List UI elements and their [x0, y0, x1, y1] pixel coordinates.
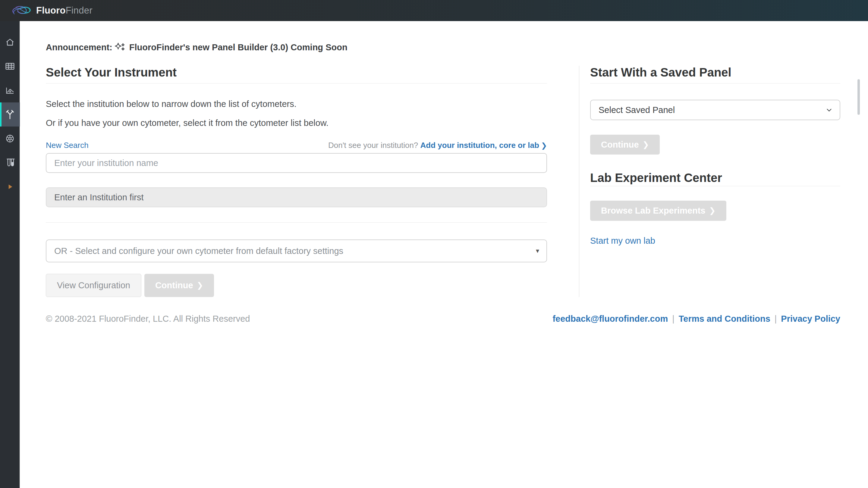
- chevron-right-icon: ❯: [197, 281, 204, 290]
- instrument-instruction-1: Select the institution below to narrow d…: [46, 99, 547, 109]
- footer-links: feedback@fluorofinder.com | Terms and Co…: [553, 314, 840, 324]
- institution-name-input[interactable]: [46, 153, 547, 173]
- section-divider: [46, 222, 547, 223]
- brand-light: Finder: [66, 5, 93, 16]
- browse-lab-experiments-button[interactable]: Browse Lab Experiments❯: [590, 201, 726, 221]
- add-institution-label: Add your institution, core or lab: [421, 141, 539, 150]
- sidebar: [0, 21, 20, 488]
- brand-bold: Fluoro: [36, 5, 66, 16]
- test-tubes-icon: [5, 158, 15, 168]
- saved-panel-section: Start With a Saved Panel Select Saved Pa…: [579, 66, 840, 297]
- chevron-right-icon: ❯: [709, 206, 716, 216]
- sidebar-item-home[interactable]: [0, 30, 20, 54]
- instrument-actions: View Configuration Continue❯: [46, 274, 547, 297]
- expand-arrow-icon: [6, 183, 14, 191]
- saved-panel-select-label: Select Saved Panel: [598, 105, 675, 115]
- footer-separator: |: [775, 314, 777, 324]
- sidebar-item-dye-wheel[interactable]: [0, 127, 20, 151]
- privacy-link[interactable]: Privacy Policy: [781, 314, 840, 324]
- feedback-email-link[interactable]: feedback@fluorofinder.com: [553, 314, 668, 324]
- sparkles-icon: [114, 42, 126, 53]
- continue-label: Continue: [601, 140, 639, 150]
- dont-see-text: Don't see your institution?: [328, 141, 418, 150]
- select-instrument-section: Select Your Instrument Select the instit…: [46, 66, 547, 297]
- sidebar-item-panel-builder[interactable]: [0, 102, 20, 127]
- continue-label: Continue: [155, 281, 193, 290]
- sidebar-item-expand[interactable]: [0, 175, 20, 199]
- add-institution-link[interactable]: Add your institution, core or lab❯: [421, 141, 547, 150]
- copyright-text: © 2008-2021 FluoroFinder, LLC. All Right…: [46, 314, 250, 324]
- topbar: FluoroFinder: [0, 0, 868, 21]
- spectra-chart-icon: [5, 86, 15, 95]
- chevron-down-icon: [825, 106, 833, 114]
- cytometer-select[interactable]: OR - Select and configure your own cytom…: [46, 239, 547, 262]
- announcement-label: Announcement:: [46, 42, 113, 53]
- institution-search-row: New Search Don't see your institution? A…: [46, 141, 547, 150]
- saved-panel-select[interactable]: Select Saved Panel: [590, 100, 840, 120]
- instrument-instruction-2: Or if you have your own cytometer, selec…: [46, 118, 547, 128]
- browse-label: Browse Lab Experiments: [601, 206, 706, 216]
- fluorofinder-logo-icon: [11, 4, 33, 18]
- dont-see-institution: Don't see your institution? Add your ins…: [328, 141, 547, 150]
- start-my-own-lab-link[interactable]: Start my own lab: [590, 236, 655, 246]
- cytometer-input-disabled[interactable]: [46, 187, 547, 207]
- saved-panel-continue-button[interactable]: Continue❯: [590, 135, 660, 155]
- sidebar-item-experiments[interactable]: [0, 151, 20, 175]
- view-configuration-button[interactable]: View Configuration: [46, 274, 141, 297]
- announcement-banner: Announcement: FluoroFinder's new Panel B…: [46, 42, 840, 53]
- color-wheel-icon: [5, 134, 15, 143]
- lab-center-title: Lab Experiment Center: [590, 171, 840, 186]
- sidebar-item-table[interactable]: [0, 54, 20, 78]
- footer-separator: |: [672, 314, 675, 324]
- table-icon: [5, 62, 15, 71]
- main-content: Announcement: FluoroFinder's new Panel B…: [20, 21, 868, 488]
- terms-link[interactable]: Terms and Conditions: [679, 314, 770, 324]
- home-icon: [5, 37, 15, 47]
- saved-panel-title: Start With a Saved Panel: [590, 66, 840, 84]
- sidebar-item-spectra[interactable]: [0, 78, 20, 102]
- chevron-right-icon: ❯: [541, 141, 547, 150]
- announcement-message: FluoroFinder's new Panel Builder (3.0) C…: [129, 42, 347, 53]
- new-search-link[interactable]: New Search: [46, 141, 89, 150]
- vertical-scrollbar-thumb[interactable]: [858, 79, 860, 115]
- select-instrument-title: Select Your Instrument: [46, 66, 547, 84]
- cytometer-select-label: OR - Select and configure your own cytom…: [54, 246, 343, 256]
- instrument-continue-button[interactable]: Continue❯: [144, 274, 214, 297]
- select-arrow-icon: ▾: [536, 247, 539, 255]
- page-footer: © 2008-2021 FluoroFinder, LLC. All Right…: [46, 314, 840, 324]
- fluorofinder-logo[interactable]: FluoroFinder: [11, 4, 93, 18]
- brand-name: FluoroFinder: [36, 5, 93, 16]
- chevron-right-icon: ❯: [643, 140, 649, 150]
- content-columns: Select Your Instrument Select the instit…: [46, 66, 840, 297]
- antibody-icon: [4, 109, 16, 120]
